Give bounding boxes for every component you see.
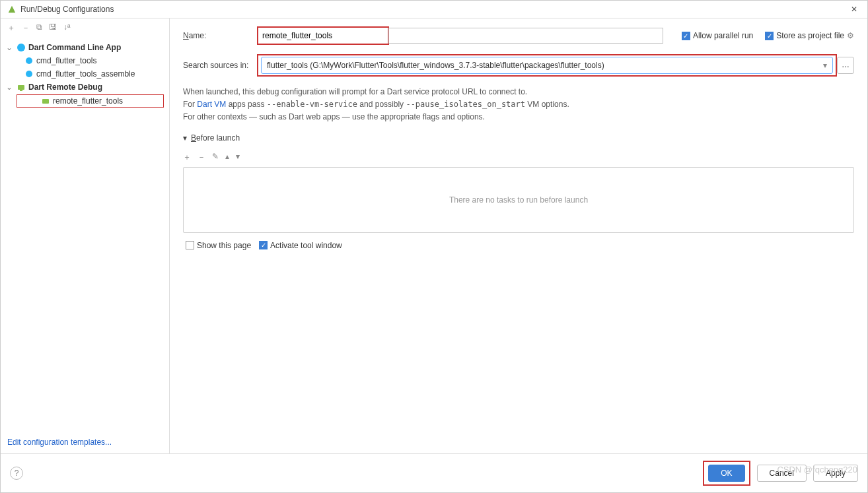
edit-templates-link[interactable]: Edit configuration templates...	[7, 438, 112, 447]
chevron-down-icon: ▾	[823, 61, 827, 70]
svg-rect-6	[42, 99, 49, 104]
remove-config-icon[interactable]: －	[22, 22, 30, 34]
name-label: Name:	[183, 31, 257, 40]
show-this-page-checkbox[interactable]: ✓ Show this page	[186, 241, 251, 250]
checkmark-icon: ✓	[682, 32, 690, 40]
dart-icon	[24, 69, 34, 79]
checkbox-empty-icon: ✓	[186, 241, 194, 249]
app-icon	[7, 5, 17, 14]
save-config-icon[interactable]: 🖫	[49, 22, 57, 34]
allow-parallel-checkbox[interactable]: ✓ Allow parallel run	[682, 31, 753, 40]
chevron-down-icon: ▾	[183, 133, 187, 143]
svg-rect-4	[18, 85, 24, 90]
add-task-icon[interactable]: ＋	[183, 152, 191, 163]
config-sidebar: ＋ － ⧉ 🖫 ↓ª ⌄ Dart Command Line App cmd_f…	[1, 18, 170, 453]
name-highlight	[257, 26, 389, 45]
close-icon[interactable]: ✕	[848, 5, 861, 14]
sidebar-toolbar: ＋ － ⧉ 🖫 ↓ª	[1, 18, 169, 38]
svg-point-2	[26, 57, 32, 64]
ok-button[interactable]: OK	[708, 465, 744, 482]
name-input[interactable]	[258, 28, 388, 44]
dart-vm-link[interactable]: Dart VM	[197, 100, 226, 109]
dialog-footer: ? OK Cancel Apply	[1, 453, 867, 492]
before-launch-toolbar: ＋ － ✎ ▴ ▾	[183, 148, 854, 167]
svg-point-1	[17, 44, 25, 51]
tree-item-remote-flutter-tools[interactable]: remote_flutter_tools	[17, 94, 164, 108]
tree-item-cmd-flutter-tools-assemble[interactable]: cmd_flutter_tools_assemble	[1, 67, 169, 81]
search-sources-label: Search sources in:	[183, 61, 257, 70]
no-tasks-placeholder: There are no tasks to run before launch	[449, 195, 588, 205]
chevron-down-icon: ⌄	[6, 43, 14, 52]
ok-highlight: OK	[703, 461, 750, 486]
search-sources-combo[interactable]: flutter_tools (G:\MyWork\Flutter\Tools\f…	[261, 57, 833, 74]
config-tree[interactable]: ⌄ Dart Command Line App cmd_flutter_tool…	[1, 38, 169, 431]
tree-group-dart-cli[interactable]: ⌄ Dart Command Line App	[1, 41, 169, 54]
add-config-icon[interactable]: ＋	[7, 22, 15, 34]
cancel-button[interactable]: Cancel	[757, 465, 807, 482]
store-as-file-checkbox[interactable]: ✓ Store as project file	[765, 31, 844, 40]
help-icon[interactable]: ?	[10, 467, 23, 480]
svg-point-3	[26, 71, 32, 77]
main-panel: Name: ✓ Allow parallel run ✓ Store as pr…	[170, 18, 867, 453]
svg-rect-5	[20, 90, 22, 91]
remote-debug-icon	[17, 82, 26, 92]
remote-debug-icon	[41, 96, 50, 106]
before-launch-header[interactable]: ▾ Before launch	[183, 133, 854, 143]
copy-config-icon[interactable]: ⧉	[36, 22, 42, 34]
tree-item-cmd-flutter-tools[interactable]: cmd_flutter_tools	[1, 54, 169, 67]
before-launch-list: There are no tasks to run before launch	[183, 167, 854, 233]
browse-button[interactable]: …	[837, 57, 854, 74]
tree-group-dart-remote[interactable]: ⌄ Dart Remote Debug	[1, 81, 169, 94]
gear-icon[interactable]: ⚙	[847, 31, 854, 40]
svg-marker-0	[9, 6, 16, 13]
activate-tool-window-checkbox[interactable]: ✓ Activate tool window	[259, 241, 342, 250]
name-input-ext[interactable]	[388, 28, 663, 44]
chevron-down-icon: ⌄	[6, 82, 14, 92]
search-sources-highlight: flutter_tools (G:\MyWork\Flutter\Tools\f…	[257, 54, 837, 77]
move-up-icon[interactable]: ▴	[225, 152, 229, 163]
window-title: Run/Debug Configurations	[20, 5, 848, 14]
move-down-icon[interactable]: ▾	[236, 152, 240, 163]
remove-task-icon[interactable]: －	[198, 152, 205, 163]
dart-icon	[17, 43, 26, 52]
dart-icon	[24, 56, 34, 65]
apply-button[interactable]: Apply	[813, 465, 858, 482]
checkmark-icon: ✓	[765, 32, 774, 40]
edit-task-icon[interactable]: ✎	[212, 152, 219, 163]
checkmark-icon: ✓	[259, 241, 268, 249]
title-bar: Run/Debug Configurations ✕	[1, 1, 867, 18]
info-text: When launched, this debug configuration …	[183, 86, 854, 124]
sort-config-icon[interactable]: ↓ª	[63, 22, 70, 34]
